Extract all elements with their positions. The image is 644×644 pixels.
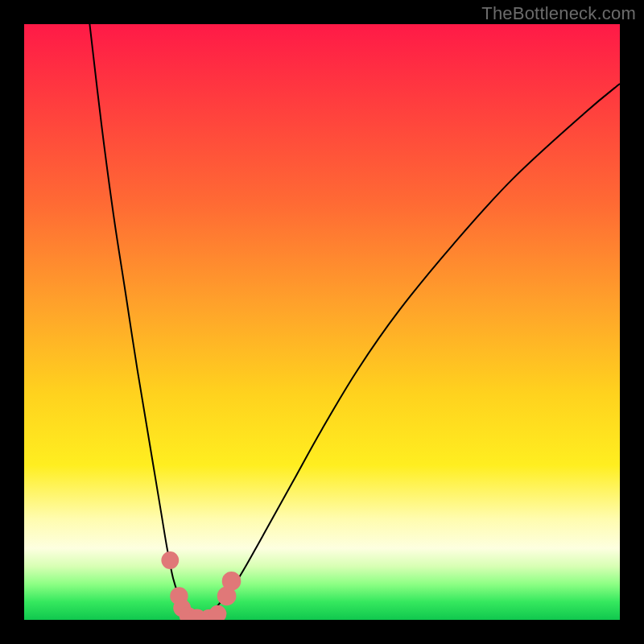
curve-left: [89, 24, 196, 620]
marker-dot: [209, 605, 227, 620]
right-branch-path: [197, 84, 620, 620]
left-branch-path: [89, 24, 196, 620]
curve-right: [197, 84, 620, 620]
marker-dot: [161, 551, 179, 569]
curve-svg: [24, 24, 620, 620]
marker-dots: [161, 551, 241, 620]
plot-area: [24, 24, 620, 620]
chart-frame: TheBottleneck.com: [0, 0, 644, 644]
marker-dot: [222, 572, 242, 591]
watermark-text: TheBottleneck.com: [481, 3, 636, 24]
